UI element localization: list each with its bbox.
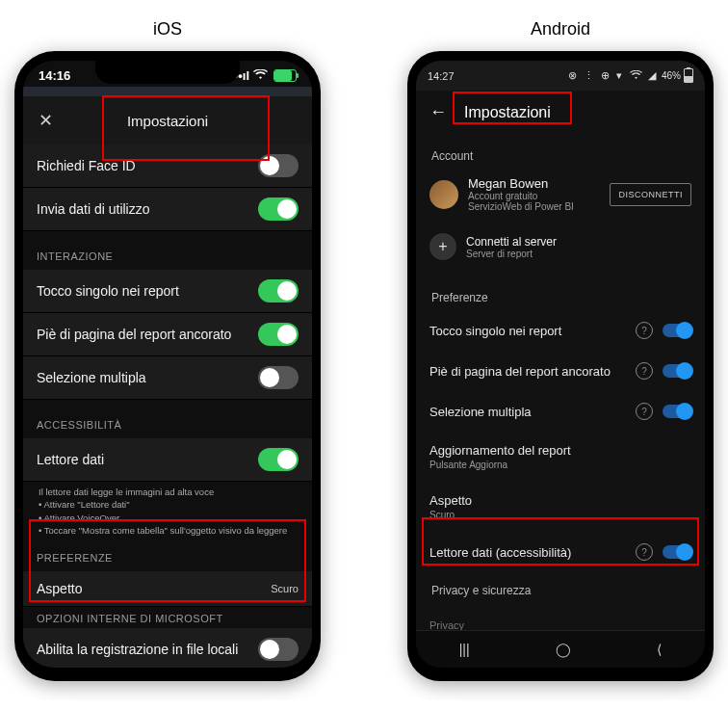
row-reader: Lettore dati [23,438,312,482]
ios-column: iOS 14:16 ••ıl ✕ Impostazioni [14,19,321,681]
android-statusbar: 14:27 ⊗ ⋮ ⊕ ▾ ◢ 46% [416,61,705,91]
row-filelog: Abilita la registrazione in file locali [23,628,312,668]
arow-refresh[interactable]: Aggiornamento del report Pulsante Aggior… [416,432,705,482]
help-icon[interactable]: ? [636,362,653,380]
label-aspetto: Aspetto [37,581,82,596]
switch-multi[interactable] [663,405,691,418]
ios-phone-frame: 14:16 ••ıl ✕ Impostazioni Richiedi Face … [14,51,321,681]
label-refresh: Aggiornamento del report [429,443,571,458]
arow-footer: Piè di pagina del report ancorato ? [416,351,705,391]
back-arrow-icon[interactable]: ← [429,102,447,122]
toggle-faceid[interactable] [258,154,299,177]
arow-multi: Selezione multipla ? [416,391,705,432]
help-icon[interactable]: ? [636,543,653,561]
label-filelog: Abilita la registrazione in file locali [37,642,238,657]
battery-icon [684,68,693,83]
label-footer-a: Piè di pagina del report ancorato [429,364,611,379]
user-sub1: Account gratuito [468,191,600,201]
label-multi-a: Selezione multipla [429,405,532,419]
sub-aspetto-a: Scuro [429,510,691,520]
ios-time: 14:16 [39,68,70,83]
note-head: Il lettore dati legge le immagini ad alt… [39,486,297,498]
note3: Toccare "Mostra come tabella" sull'ogget… [44,525,288,536]
reader-notes: Il lettore dati legge le immagini ad alt… [23,482,312,544]
user-sub2: ServizioWeb di Power BI [468,201,600,212]
value-aspetto: Scuro [271,583,299,594]
section-interazione: INTERAZIONE [23,231,312,270]
toggle-footer[interactable] [258,323,299,346]
row-footer: Piè di pagina del report ancorato [23,313,312,356]
note1: Attivare "Lettore dati" [43,499,129,510]
label-usage: Invia dati di utilizzo [37,201,150,217]
signout-button[interactable]: DISCONNETTI [610,183,691,206]
help-icon[interactable]: ? [636,403,653,420]
row-multi: Selezione multipla [23,356,312,400]
avatar [429,180,458,209]
help-icon[interactable]: ? [636,322,653,339]
arow-reader: Lettore dati (accessibilità) ? [416,532,705,572]
ios-nav-shadow [23,87,312,96]
battery-percent: 46% [662,70,681,81]
section-account: Account [416,134,705,169]
page-title: Impostazioni [23,113,312,129]
android-screen: 14:27 ⊗ ⋮ ⊕ ▾ ◢ 46% ← Impostazioni [416,61,705,668]
toggle-filelog[interactable] [258,638,299,661]
battery-icon [273,69,297,82]
account-info: Megan Bowen Account gratuito ServizioWeb… [468,176,600,212]
section-preferenze-android: Preferenze [416,268,705,310]
connect-server-row[interactable]: + Connetti al server Server di report [416,220,705,268]
plus-icon: + [429,233,456,260]
toggle-tap[interactable] [258,279,299,302]
connect-sub: Server di report [466,249,691,259]
page-title: Impostazioni [464,104,551,121]
section-ms: OPZIONI INTERNE DI MICROSOFT [23,607,312,628]
arow-aspetto[interactable]: Aspetto Scuro [416,482,705,532]
android-column: Android 14:27 ⊗ ⋮ ⊕ ▾ ◢ 46% ← [407,19,714,681]
label-aspetto-a: Aspetto [429,493,472,508]
section-privacy: Privacy e sicurezza [416,572,705,603]
section-preferenze: PREFERENZE [23,544,312,571]
arow-tap: Tocco singolo nei report ? [416,310,705,351]
signal-icon: ◢ [648,69,656,82]
platform-label-android: Android [531,19,590,39]
label-footer: Piè di pagina del report ancorato [37,327,231,342]
account-row[interactable]: Megan Bowen Account gratuito ServizioWeb… [416,169,705,220]
toggle-reader[interactable] [258,448,299,471]
switch-footer[interactable] [663,364,691,378]
wifi-icon [630,70,642,82]
ios-header: ✕ Impostazioni [23,96,312,145]
android-header: ← Impostazioni [416,91,705,134]
label-reader: Lettore dati [37,452,104,467]
switch-tap[interactable] [663,324,691,337]
section-accessibilita: ACCESSIBILITÀ [23,400,312,438]
sub-refresh: Pulsante Aggiorna [429,460,691,470]
label-tap-a: Tocco singolo nei report [429,324,561,338]
row-single-tap: Tocco singolo nei report [23,270,312,313]
toggle-multi[interactable] [258,366,299,389]
nav-back-icon[interactable]: ⟨ [657,642,662,657]
wifi-icon [253,68,268,83]
toggle-usage[interactable] [258,197,299,221]
android-phone-frame: 14:27 ⊗ ⋮ ⊕ ▾ ◢ 46% ← Impostazioni [407,51,714,681]
row-aspetto[interactable]: Aspetto Scuro [23,571,312,607]
label-tap: Tocco singolo nei report [37,283,179,299]
android-navbar: ||| ◯ ⟨ [416,630,705,668]
note2: Attivare VoiceOver [43,513,119,523]
connect-label: Connetti al server [466,235,691,249]
row-usage: Invia dati di utilizzo [23,188,312,231]
platform-label-ios: iOS [153,19,182,39]
switch-reader[interactable] [663,545,691,559]
android-time: 14:27 [428,70,455,82]
nav-home-icon[interactable]: ◯ [556,642,571,657]
label-faceid: Richiedi Face ID [37,158,136,173]
iphone-notch [95,61,240,84]
user-name: Megan Bowen [468,176,600,191]
label-multi: Selezione multipla [37,370,146,385]
row-faceid: Richiedi Face ID [23,145,312,188]
status-icons: ⊗ ⋮ ⊕ ▾ [568,69,624,82]
nav-recent-icon[interactable]: ||| [459,642,470,657]
ios-screen: 14:16 ••ıl ✕ Impostazioni Richiedi Face … [23,61,312,668]
label-reader-a: Lettore dati (accessibilità) [429,545,571,560]
battery-indicator: 46% [662,68,693,83]
close-icon[interactable]: ✕ [39,110,53,131]
